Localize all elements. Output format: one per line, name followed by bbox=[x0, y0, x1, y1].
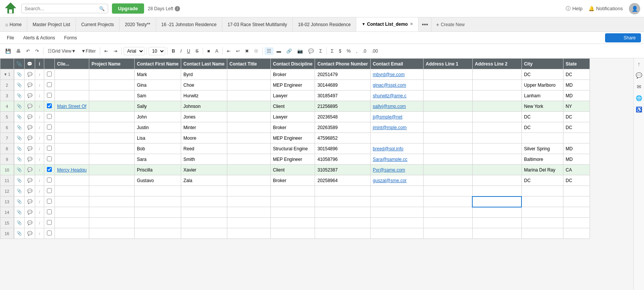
cell-contact-discipline[interactable] bbox=[270, 196, 315, 207]
cell-last-name[interactable]: Johnson bbox=[181, 101, 227, 112]
cell-contact-phone[interactable] bbox=[315, 228, 370, 239]
client-link[interactable]: Main Street Of bbox=[57, 104, 86, 109]
cell-info-icon[interactable]: i bbox=[35, 154, 44, 165]
cell-contact-phone[interactable]: 30144689 bbox=[315, 80, 370, 90]
cell-first-name[interactable]: Sara bbox=[135, 154, 181, 165]
cell-chat-icon[interactable]: 💬 bbox=[25, 90, 35, 101]
cell-client[interactable] bbox=[55, 175, 89, 186]
cell-attach-icon[interactable]: 📎 bbox=[14, 133, 25, 143]
header-address-line-1[interactable]: Address Line 1 bbox=[423, 59, 472, 69]
cell-contact-phone[interactable] bbox=[315, 218, 370, 228]
cell-address-line-2[interactable] bbox=[472, 69, 521, 80]
cell-contact-title[interactable] bbox=[227, 154, 270, 165]
cell-contact-title[interactable] bbox=[227, 133, 270, 143]
cell-city[interactable] bbox=[521, 207, 563, 218]
menu-forms[interactable]: Forms bbox=[60, 34, 81, 42]
tab-2020-testy[interactable]: 2020 Testy** bbox=[119, 17, 156, 31]
menu-alerts-actions[interactable]: Alerts & Actions bbox=[19, 34, 59, 42]
cell-last-name[interactable]: Minter bbox=[181, 122, 227, 133]
cell-last-name[interactable]: Reed bbox=[181, 143, 227, 154]
cell-address-line-2[interactable] bbox=[472, 228, 521, 239]
cell-info-icon[interactable]: i bbox=[35, 133, 44, 143]
row-select-checkbox[interactable] bbox=[47, 156, 52, 161]
cell-attach-icon[interactable]: 📎 bbox=[14, 69, 25, 80]
toolbar-decimal-increase[interactable]: .00 bbox=[369, 47, 380, 55]
cell-contact-discipline[interactable]: Broker bbox=[270, 69, 315, 80]
header-contact-discipline[interactable]: Contact Discipline bbox=[270, 59, 315, 69]
cell-state[interactable] bbox=[563, 228, 590, 239]
cell-info-icon[interactable]: i bbox=[35, 186, 44, 196]
cell-first-name[interactable]: Justin bbox=[135, 122, 181, 133]
cell-contact-email[interactable]: Sara@sample.cc bbox=[370, 154, 423, 165]
cell-chat-icon[interactable]: 💬 bbox=[25, 207, 35, 218]
help-link[interactable]: ⓘ Help bbox=[566, 5, 582, 12]
cell-last-name[interactable] bbox=[181, 196, 227, 207]
cell-first-name[interactable] bbox=[135, 196, 181, 207]
cell-client[interactable] bbox=[55, 112, 89, 122]
cell-project[interactable] bbox=[89, 218, 135, 228]
cell-contact-phone[interactable]: 31052387 bbox=[315, 165, 370, 175]
cell-last-name[interactable] bbox=[181, 218, 227, 228]
cell-city[interactable]: Silver Spring bbox=[521, 143, 563, 154]
cell-contact-discipline[interactable]: MEP Engineer bbox=[270, 154, 315, 165]
toolbar-decimal-decrease[interactable]: .0 bbox=[360, 47, 369, 55]
cell-contact-title[interactable] bbox=[227, 101, 270, 112]
cell-checkbox[interactable] bbox=[44, 69, 55, 80]
cell-address-line-1[interactable] bbox=[423, 207, 472, 218]
cell-contact-phone[interactable]: 20258964 bbox=[315, 175, 370, 186]
cell-city[interactable]: DC bbox=[521, 112, 563, 122]
cell-client[interactable] bbox=[55, 186, 89, 196]
row-select-checkbox[interactable] bbox=[47, 178, 52, 182]
client-link[interactable]: Mercy Headqu bbox=[57, 167, 87, 173]
cell-client[interactable] bbox=[55, 122, 89, 133]
cell-city[interactable] bbox=[521, 133, 563, 143]
cell-contact-title[interactable] bbox=[227, 165, 270, 175]
cell-chat-icon[interactable]: 💬 bbox=[25, 228, 35, 239]
cell-chat-icon[interactable]: 💬 bbox=[25, 101, 35, 112]
cell-contact-title[interactable] bbox=[227, 122, 270, 133]
row-select-checkbox[interactable] bbox=[47, 93, 52, 98]
cell-contact-discipline[interactable]: Client bbox=[270, 165, 315, 175]
toolbar-strikethrough[interactable]: S bbox=[193, 47, 201, 55]
cell-attach-icon[interactable]: 📎 bbox=[14, 175, 25, 186]
cell-state[interactable] bbox=[563, 186, 590, 196]
user-avatar[interactable]: 👤 bbox=[629, 3, 640, 14]
cell-project[interactable] bbox=[89, 165, 135, 175]
header-client[interactable]: Clie... bbox=[55, 59, 89, 69]
cell-checkbox[interactable] bbox=[44, 165, 55, 175]
cell-state[interactable] bbox=[563, 133, 590, 143]
cell-state[interactable] bbox=[563, 218, 590, 228]
cell-first-name[interactable]: Lisa bbox=[135, 133, 181, 143]
cell-first-name[interactable] bbox=[135, 228, 181, 239]
cell-info-icon[interactable]: i bbox=[35, 122, 44, 133]
row-select-checkbox[interactable] bbox=[47, 220, 52, 225]
cell-chat-icon[interactable]: 💬 bbox=[25, 218, 35, 228]
cell-info-icon[interactable]: i bbox=[35, 112, 44, 122]
cell-info-icon[interactable]: i bbox=[35, 196, 44, 207]
cell-contact-title[interactable] bbox=[227, 69, 270, 80]
cell-contact-title[interactable] bbox=[227, 175, 270, 186]
cell-first-name[interactable]: Sally bbox=[135, 101, 181, 112]
cell-checkbox[interactable] bbox=[44, 154, 55, 165]
cell-first-name[interactable] bbox=[135, 186, 181, 196]
cell-contact-email[interactable]: Pxr@same.com bbox=[370, 165, 423, 175]
cell-address-line-1[interactable] bbox=[423, 112, 472, 122]
tab-master-project-list[interactable]: Master Project List bbox=[27, 17, 76, 31]
cell-contact-discipline[interactable]: Broker bbox=[270, 175, 315, 186]
cell-info-icon[interactable]: i bbox=[35, 101, 44, 112]
email-link[interactable]: ginac@sspl.com bbox=[373, 83, 406, 88]
cell-address-line-1[interactable] bbox=[423, 196, 472, 207]
cell-address-line-1[interactable] bbox=[423, 165, 472, 175]
cell-contact-title[interactable] bbox=[227, 218, 270, 228]
cell-contact-email[interactable] bbox=[370, 133, 423, 143]
cell-info-icon[interactable]: i bbox=[35, 90, 44, 101]
toolbar-clear[interactable]: ✖ bbox=[243, 47, 251, 55]
cell-last-name[interactable]: Byrd bbox=[181, 69, 227, 80]
cell-client[interactable] bbox=[55, 207, 89, 218]
cell-client[interactable] bbox=[55, 143, 89, 154]
cell-attach-icon[interactable]: 📎 bbox=[14, 196, 25, 207]
cell-address-line-1[interactable] bbox=[423, 175, 472, 186]
header-state[interactable]: State bbox=[563, 59, 590, 69]
cell-attach-icon[interactable]: 📎 bbox=[14, 218, 25, 228]
cell-last-name[interactable] bbox=[181, 207, 227, 218]
